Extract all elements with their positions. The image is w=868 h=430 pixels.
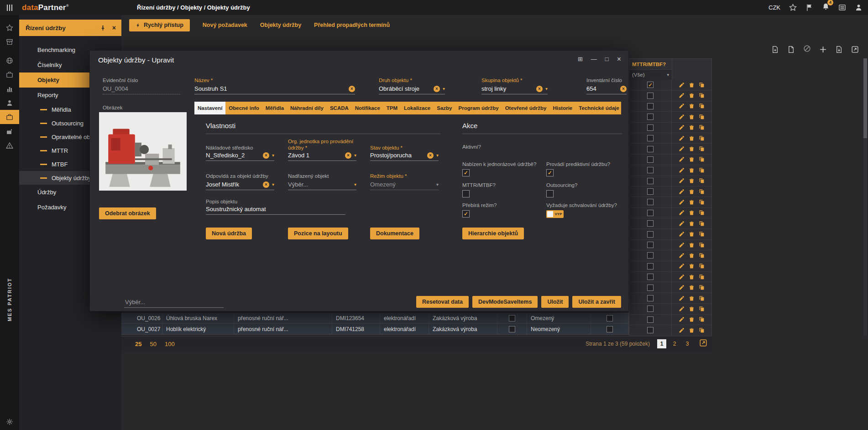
table-row[interactable]: ✓ [629,80,712,90]
checkbox-jednorazova-udrzba[interactable]: ✓ [462,169,470,176]
flag-icon[interactable] [805,4,813,11]
delete-icon[interactable] [689,285,695,290]
delete-icon[interactable] [689,124,695,130]
table-row[interactable] [629,90,712,101]
delete-icon[interactable] [689,242,695,248]
copy-icon[interactable] [699,242,705,248]
delete-icon[interactable] [689,156,695,162]
row-checkbox[interactable] [647,167,654,173]
copy-icon[interactable] [699,156,705,162]
tab-nahradni-dily[interactable]: Náhradní díly [287,102,327,114]
copy-icon[interactable] [699,316,705,322]
tab-meridla[interactable]: Měřidla [262,102,287,114]
table-row[interactable] [629,315,712,325]
edit-icon[interactable] [679,189,685,195]
delete-icon[interactable] [689,221,695,227]
row-checkbox[interactable] [647,327,654,333]
table-row[interactable] [629,187,712,197]
scrollbar-thumb[interactable] [863,58,867,138]
clear-icon[interactable]: × [349,86,355,92]
page-size-50[interactable]: 50 [150,341,156,347]
tab-historie[interactable]: Historie [549,102,575,114]
table-row[interactable]: OU_0026 Úhlová bruska Narex přenosné ruč… [121,313,629,324]
currency-label[interactable]: CZK [769,4,780,11]
tab-program-udrzby[interactable]: Program údržby [455,102,502,114]
page-2[interactable]: 2 [670,339,679,348]
odpovida-select[interactable]: Josef Mistřík × ▾ [206,179,274,190]
row-checkbox[interactable] [647,285,654,291]
row-checkbox[interactable] [647,252,654,259]
copy-icon[interactable] [699,114,705,120]
save-button[interactable]: Uložit [541,296,569,308]
row-checkbox[interactable] [647,295,654,301]
remove-image-button[interactable]: Odebrat obrázek [99,207,156,219]
object-hierarchy-button[interactable]: Hierarchie objektů [462,228,524,239]
menu-icon[interactable] [0,5,19,11]
table-row[interactable] [629,112,712,122]
table-row[interactable]: OU_0027 Hoblík elektrický přenosné ruční… [121,324,629,335]
copy-icon[interactable] [699,135,705,141]
tab-scada[interactable]: SCADA [327,102,352,114]
tab-otevrene-udrzby[interactable]: Otevřené údržby [502,102,550,114]
org-jednotka-select[interactable]: Závod 1 × ▾ [288,150,356,161]
user-profile-icon[interactable] [855,4,863,11]
delete-icon[interactable] [689,316,695,322]
copy-icon[interactable] [699,253,705,259]
edit-icon[interactable] [679,156,685,162]
table-row[interactable] [629,123,712,133]
edit-icon[interactable] [679,274,685,280]
edit-icon[interactable] [679,316,685,322]
row-checkbox[interactable] [647,242,654,248]
checkbox-mttr-mtbf[interactable] [462,190,470,197]
stav-objektu-select[interactable]: Prostoj/porucha × ▾ [370,150,439,161]
table-row[interactable] [629,133,712,144]
table-row[interactable] [629,304,712,314]
delete-icon[interactable] [689,114,695,120]
settings-gear-icon[interactable] [0,418,19,425]
inventarni-cislo-field[interactable]: 654 × [586,83,627,94]
copy-icon[interactable] [699,124,705,130]
edit-icon[interactable] [679,263,685,269]
clear-icon[interactable]: × [263,181,269,188]
copy-icon[interactable] [699,327,705,333]
clear-icon[interactable]: × [427,152,434,159]
table-row[interactable] [629,101,712,112]
row-checkbox[interactable] [509,326,515,332]
edit-icon[interactable] [679,242,685,248]
copy-icon[interactable] [699,285,705,290]
row-checkbox[interactable] [647,220,654,227]
alerts-icon[interactable] [0,138,19,152]
devmode-save-button[interactable]: DevModeSaveItems [472,296,538,308]
chevron-down-icon[interactable]: ▾ [272,152,274,159]
pin-icon[interactable] [100,25,106,31]
copy-icon[interactable] [699,295,705,301]
vertical-scrollbar[interactable] [863,58,867,336]
chevron-down-icon[interactable]: ▾ [443,85,445,92]
list-panel-icon[interactable] [838,4,846,11]
copy-icon[interactable] [699,146,705,152]
copy-icon[interactable] [699,210,705,216]
delete-icon[interactable] [689,263,695,269]
toggle-schvalovani-udrzby[interactable]: VYP [546,210,564,218]
copy-icon[interactable] [699,93,705,98]
checkbox-outsourcing[interactable] [546,190,554,197]
copy-icon[interactable] [699,189,705,195]
copy-icon[interactable] [699,167,705,173]
copy-icon[interactable] [699,263,705,269]
archive-icon[interactable] [0,35,19,49]
filter-input[interactable] [124,297,224,308]
layout-grid-icon[interactable]: ⊞ [578,55,583,63]
chevron-down-icon[interactable]: ▾ [545,85,548,92]
row-checkbox[interactable] [647,263,654,269]
clear-icon[interactable]: × [434,86,440,92]
row-checkbox[interactable] [607,326,613,332]
export-icon[interactable] [851,46,859,53]
copy-icon[interactable] [699,103,705,109]
row-checkbox[interactable] [607,315,613,321]
copy-icon[interactable] [699,274,705,280]
table-row[interactable] [629,272,712,282]
chevron-down-icon[interactable]: ▾ [354,181,356,188]
skupina-objektu-select[interactable]: stroj linky × ▾ [481,83,548,94]
row-checkbox[interactable] [647,93,654,99]
table-row[interactable] [629,197,712,207]
